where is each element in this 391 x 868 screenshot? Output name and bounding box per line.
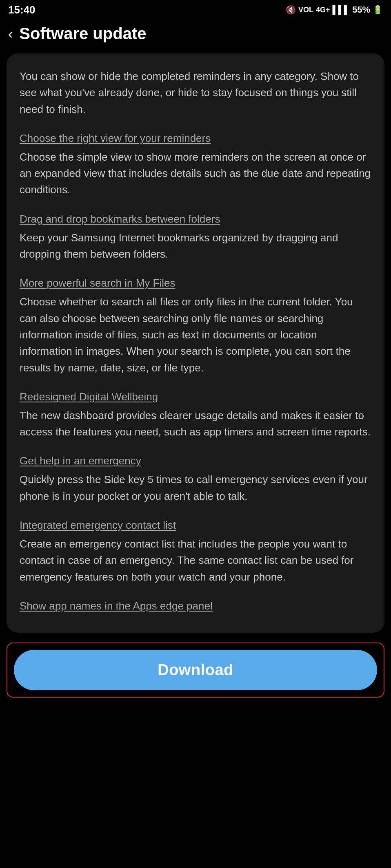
feature-section-5: Integrated emergency contact list Create…	[20, 519, 371, 585]
status-icons: 🔇 VOL 4G+ ▌▌▌ 55% 🔋	[286, 4, 383, 15]
feature-desc-0: Choose the simple view to show more remi…	[20, 149, 371, 198]
feature-title-1: Drag and drop bookmarks between folders	[20, 213, 371, 225]
feature-section-1: Drag and drop bookmarks between folders …	[20, 213, 371, 263]
feature-section-2: More powerful search in My Files Choose …	[20, 277, 371, 375]
download-section: Download	[7, 643, 384, 698]
back-button[interactable]: ‹	[8, 26, 13, 42]
feature-section-6: Show app names in the Apps edge panel	[20, 600, 371, 612]
feature-desc-1: Keep your Samsung Internet bookmarks org…	[20, 230, 371, 263]
page-title: Software update	[19, 24, 146, 43]
feature-title-2: More powerful search in My Files	[20, 277, 371, 289]
download-button[interactable]: Download	[14, 650, 377, 690]
signal-icon: ▌▌▌	[332, 5, 350, 15]
network-label: VOL	[298, 6, 313, 14]
feature-desc-2: Choose whether to search all files or on…	[20, 294, 371, 375]
mute-icon: 🔇	[286, 5, 296, 15]
page-header: ‹ Software update	[0, 18, 391, 49]
lte-label: 4G+	[316, 6, 330, 14]
feature-title-5: Integrated emergency contact list	[20, 519, 371, 532]
feature-title-6: Show app names in the Apps edge panel	[20, 600, 371, 612]
feature-title-4: Get help in an emergency	[20, 455, 371, 467]
feature-desc-3: The new dashboard provides clearer usage…	[20, 407, 371, 440]
feature-section-0: Choose the right view for your reminders…	[20, 132, 371, 198]
feature-section-3: Redesigned Digital Wellbeing The new das…	[20, 391, 371, 440]
feature-title-0: Choose the right view for your reminders	[20, 132, 371, 145]
content-card: You can show or hide the completed remin…	[7, 53, 384, 633]
feature-desc-5: Create an emergency contact list that in…	[20, 536, 371, 585]
intro-text: You can show or hide the completed remin…	[20, 68, 371, 117]
feature-section-4: Get help in an emergency Quickly press t…	[20, 455, 371, 504]
battery-icon: 🔋	[373, 5, 383, 15]
status-bar: 15:40 🔇 VOL 4G+ ▌▌▌ 55% 🔋	[0, 0, 391, 18]
feature-desc-4: Quickly press the Side key 5 times to ca…	[20, 471, 371, 504]
feature-title-3: Redesigned Digital Wellbeing	[20, 391, 371, 403]
status-time: 15:40	[8, 4, 36, 16]
battery-indicator: 55%	[352, 4, 370, 15]
